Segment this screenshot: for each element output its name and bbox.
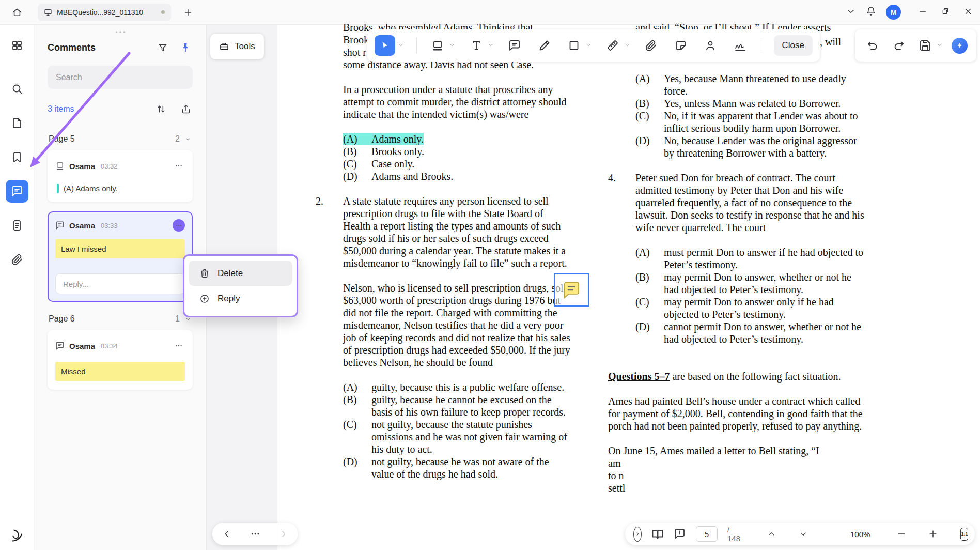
tools-button[interactable]: Tools	[210, 34, 264, 59]
zoom-in-button[interactable]	[928, 529, 938, 539]
answer-option: (B)guilty, because he cannot be excused …	[343, 393, 572, 418]
shape-tool-dropdown[interactable]	[585, 42, 592, 50]
sort-button[interactable]	[154, 102, 168, 116]
close-window-button[interactable]	[963, 7, 973, 18]
reply-plus-icon	[199, 294, 210, 304]
back-button[interactable]	[222, 529, 232, 539]
sticker-tool-button[interactable]	[672, 35, 690, 56]
text-tool-dropdown[interactable]	[488, 42, 494, 50]
pin-icon	[180, 42, 191, 53]
sidebar-item-thumbnails[interactable]	[6, 112, 28, 134]
comments-panel: Comments 3 items Page 5 2 Osama 03:32	[34, 25, 207, 550]
filter-button[interactable]	[155, 40, 170, 55]
menu-item-reply[interactable]: Reply	[189, 286, 292, 311]
sidebar-item-organize-pages[interactable]	[6, 214, 28, 237]
forward-button[interactable]	[278, 529, 289, 539]
menu-item-delete[interactable]: Delete	[189, 261, 292, 286]
question-4: 4. Peter sued Don for breach of contract…	[635, 172, 865, 234]
sidebar-item-attachments[interactable]	[6, 248, 28, 271]
signature-tool-button[interactable]	[732, 35, 749, 56]
undo-button[interactable]	[864, 35, 881, 56]
sidebar-item-dashboard[interactable]	[6, 34, 28, 57]
pin-panel-button[interactable]	[178, 40, 193, 55]
comment-menu-button[interactable]	[173, 340, 185, 352]
notifications-button[interactable]	[866, 6, 876, 18]
redo-button[interactable]	[890, 35, 908, 56]
pencil-tool-button[interactable]	[536, 35, 553, 56]
comment-tool-button[interactable]	[506, 35, 523, 56]
page-group-count: 2	[175, 134, 180, 144]
toolbar-collapse-button[interactable]	[846, 6, 856, 18]
chevron-down-icon	[488, 42, 494, 48]
panel-expand-button[interactable]	[633, 527, 642, 542]
panel-drag-handle[interactable]	[34, 29, 206, 35]
stamp-tool-button[interactable]	[702, 35, 719, 56]
select-tool-button[interactable]	[375, 35, 395, 56]
question-number: 2.	[316, 195, 323, 207]
attachment-tool-button[interactable]	[642, 35, 660, 56]
comment-card[interactable]: Osama 03:32 (A) Adams only.	[48, 150, 193, 202]
maximize-button[interactable]	[941, 7, 950, 17]
question-stem: In a prosecution under a statute that pr…	[343, 83, 572, 120]
text-comment-button[interactable]	[674, 528, 686, 540]
questions-5-7-heading: Questions 5–7 are based on the following…	[608, 370, 869, 383]
ai-assistant-button[interactable]	[952, 38, 968, 54]
export-comments-button[interactable]	[179, 102, 193, 116]
home-button[interactable]	[8, 3, 26, 22]
fit-ratio-button[interactable]: 1:1	[960, 528, 968, 541]
measure-tool-button[interactable]	[604, 35, 621, 56]
chevron-down-icon	[799, 529, 808, 539]
comment-card-selected[interactable]: Osama 03:33 Law I missed	[48, 211, 193, 302]
document-viewport[interactable]: Brooks, who resembled Adams. Thinking th…	[207, 25, 980, 550]
monitor-icon	[44, 8, 52, 17]
sidebar-item-comments[interactable]	[6, 180, 28, 203]
question-2: 2. A state statute requires any person l…	[343, 195, 572, 269]
comment-card[interactable]: Osama 03:34 Missed	[48, 330, 193, 390]
measure-tool-dropdown[interactable]	[624, 42, 630, 50]
app-window: MBEQuestio...992_011310 M Comments	[0, 0, 980, 550]
reply-input[interactable]	[62, 279, 178, 289]
select-tool-dropdown[interactable]	[398, 42, 404, 50]
comment-body: (A) Adams only.	[64, 184, 118, 193]
annotation-toolbar: Close	[367, 29, 820, 62]
comment-menu-button[interactable]	[173, 219, 185, 232]
answer-options: (A)must permit Don to answer if he had o…	[635, 246, 865, 345]
comment-annotation[interactable]	[554, 273, 589, 307]
zoom-out-button[interactable]	[896, 529, 907, 539]
avatar[interactable]: M	[886, 5, 901, 20]
answer-option: (B)may permit Don to answer, whether or …	[635, 271, 865, 296]
paragraph: On June 15, Ames mailed a letter to Bell…	[608, 445, 869, 494]
previous-page-button[interactable]	[767, 529, 776, 539]
highlight-tool-dropdown[interactable]	[449, 42, 455, 50]
save-button[interactable]	[916, 35, 934, 56]
chevron-down-icon	[846, 6, 856, 17]
chevron-down-icon[interactable]	[184, 135, 192, 143]
text-tool-button[interactable]	[468, 35, 485, 56]
highlight-icon	[55, 161, 65, 171]
filter-icon	[158, 42, 168, 53]
save-dropdown[interactable]	[937, 42, 943, 50]
comment-search[interactable]	[48, 66, 193, 89]
highlighted-option[interactable]: (A)Adams only.	[343, 133, 572, 145]
page-group-label: Page 6	[49, 314, 75, 324]
more-button[interactable]	[250, 529, 260, 539]
page-group-5[interactable]: Page 5 2	[34, 134, 206, 144]
reply-box[interactable]	[55, 273, 185, 294]
close-toolbar-button[interactable]: Close	[774, 35, 813, 56]
highlight-tool-button[interactable]	[429, 35, 446, 56]
page-number-input[interactable]	[696, 526, 718, 542]
divider	[416, 38, 417, 53]
shape-tool-button[interactable]	[565, 35, 583, 56]
next-page-button[interactable]	[799, 529, 808, 539]
new-tab-button[interactable]	[180, 5, 196, 20]
thumbnail-view-button[interactable]	[651, 528, 664, 540]
minimize-button[interactable]	[918, 7, 927, 18]
sidebar-item-bookmarks[interactable]	[6, 146, 28, 169]
sidebar-item-search[interactable]	[6, 78, 28, 100]
search-input[interactable]	[55, 72, 185, 83]
page-group-6[interactable]: Page 6 1	[34, 314, 206, 324]
comment-menu-button[interactable]	[173, 160, 185, 172]
answer-option: (A)Yes, because Mann threatened to use d…	[635, 72, 865, 97]
more-icon	[175, 342, 183, 350]
document-tab[interactable]: MBEQuestio...992_011310	[38, 4, 171, 21]
